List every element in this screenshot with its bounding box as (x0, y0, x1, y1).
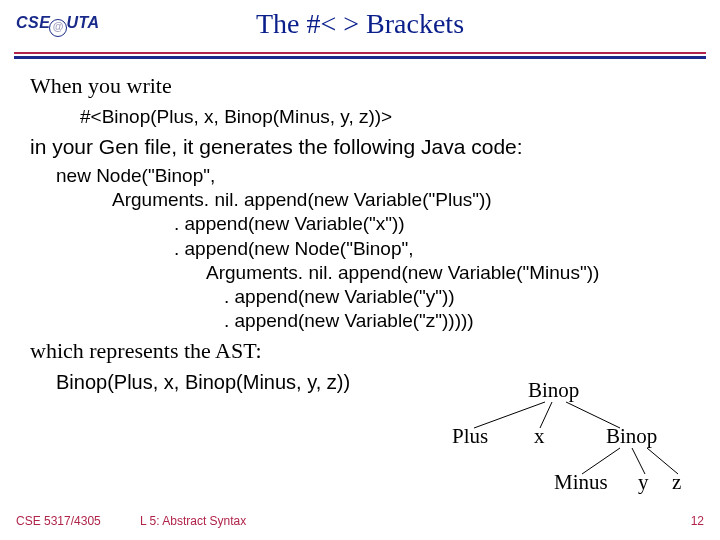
tree-node-plus: Plus (452, 424, 488, 449)
para-gen-file: in your Gen file, it generates the follo… (30, 133, 700, 160)
tree-node-x: x (534, 424, 545, 449)
tree-node-minus: Minus (554, 470, 608, 495)
slide-title: The #< > Brackets (0, 8, 720, 40)
footer-course: CSE 5317/4305 (16, 514, 101, 528)
tree-node-root: Binop (528, 378, 579, 403)
code-hash-bracket: #<Binop(Plus, x, Binop(Minus, y, z))> (80, 105, 700, 130)
divider-red (14, 52, 706, 54)
tree-node-y: y (638, 470, 649, 495)
para-when-you-write: When you write (30, 72, 700, 101)
code-line: Arguments. nil. append(new Variable("Min… (56, 261, 700, 285)
tree-node-z: z (672, 470, 681, 495)
code-line: Arguments. nil. append(new Variable("Plu… (56, 188, 700, 212)
code-line: new Node("Binop", (56, 164, 700, 188)
code-line: . append(new Node("Binop", (56, 237, 700, 261)
ast-tree: Binop Plus x Binop Minus y z (450, 380, 710, 510)
slide: CSE@UTA The #< > Brackets When you write… (0, 0, 720, 540)
code-line: . append(new Variable("z"))))) (56, 309, 700, 333)
footer-lecture: L 5: Abstract Syntax (140, 514, 246, 528)
code-line: . append(new Variable("x")) (56, 212, 700, 236)
slide-body: When you write #<Binop(Plus, x, Binop(Mi… (30, 70, 700, 395)
divider-blue (14, 56, 706, 59)
code-java-block: new Node("Binop", Arguments. nil. append… (56, 164, 700, 334)
para-which-represents: which represents the AST: (30, 337, 700, 366)
code-line: . append(new Variable("y")) (56, 285, 700, 309)
footer-page: 12 (691, 514, 704, 528)
tree-node-binop2: Binop (606, 424, 657, 449)
